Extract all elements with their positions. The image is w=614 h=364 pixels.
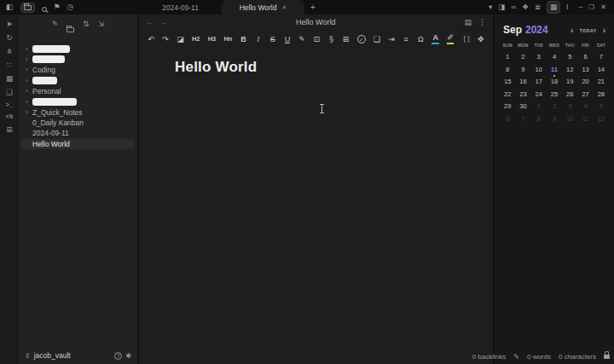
minimize-icon[interactable]: –	[578, 3, 582, 11]
help-icon[interactable]: ?	[114, 352, 122, 360]
expand-move-icon[interactable]: ✥	[478, 36, 484, 43]
dots-grid-icon[interactable]: ∷	[7, 61, 12, 69]
calendar-toggle-icon[interactable]: ▦	[547, 1, 560, 14]
calendar-day[interactable]: 8	[500, 66, 515, 74]
restore-window-icon[interactable]: ❐	[588, 4, 594, 11]
file-row[interactable]: 2024-09-11	[22, 128, 134, 138]
calendar-day[interactable]: 9	[515, 66, 530, 74]
file-row[interactable]: 0_Daily Kanban	[22, 118, 134, 128]
close-window-icon[interactable]: ✕	[600, 3, 606, 11]
calendar-day[interactable]: 13	[577, 66, 593, 74]
calendar-day[interactable]: 4	[577, 102, 593, 111]
vault-switcher-icon[interactable]: ⇕	[25, 352, 31, 360]
highlight-color-icon[interactable]: ✐	[447, 34, 454, 44]
calendar-day[interactable]: 6	[577, 53, 593, 61]
calendar-day[interactable]: 18	[547, 78, 562, 86]
calendar-day[interactable]: 30	[515, 102, 530, 111]
new-folder-icon[interactable]	[67, 20, 74, 36]
lock-icon[interactable]	[604, 355, 610, 359]
create-link-icon[interactable]: ∞	[511, 3, 516, 11]
calendar-day[interactable]: 28	[594, 90, 609, 99]
calendar-day[interactable]: 23	[515, 90, 530, 99]
templater-icon[interactable]: <%	[6, 114, 13, 120]
new-tab-button[interactable]: +	[304, 0, 321, 14]
copy-page-icon[interactable]: ❏	[6, 89, 13, 96]
calendar-day[interactable]: 12	[594, 115, 609, 124]
fullscreen-icon[interactable]: ❲❳	[461, 36, 469, 43]
tab-close-icon[interactable]: ✕	[281, 4, 287, 11]
table-icon[interactable]: ⊞	[343, 36, 350, 43]
file-row[interactable]: ›	[22, 96, 134, 107]
calendar-today-button[interactable]: TODAY	[578, 28, 599, 33]
calendar-next-icon[interactable]: ›	[601, 26, 607, 35]
calendar-day[interactable]: 19	[562, 78, 577, 86]
calendar-day[interactable]: 17	[531, 78, 547, 86]
edit-mode-icon[interactable]: ✎	[513, 353, 519, 361]
reading-mode-icon[interactable]: ▤	[464, 18, 472, 26]
list-icon[interactable]: ≡	[403, 36, 409, 43]
kanban-board-icon[interactable]: ▦	[6, 75, 14, 83]
calendar-day[interactable]: 3	[531, 53, 547, 61]
calendar-day[interactable]: 2	[515, 53, 530, 61]
right-sidebar-toggle-icon[interactable]: ◨	[498, 3, 505, 11]
attachment-icon[interactable]: §	[327, 36, 334, 43]
recent-files-icon[interactable]: ◷	[67, 3, 74, 11]
strikethrough-icon[interactable]: S	[269, 36, 276, 43]
files-tab-icon[interactable]	[20, 3, 35, 13]
calendar-day[interactable]: 9	[547, 115, 562, 124]
left-sidebar-toggle-icon[interactable]: ◧	[6, 3, 14, 11]
bookmarks-icon[interactable]: ⚑	[54, 3, 61, 11]
file-row[interactable]: › Personal	[22, 86, 134, 96]
vault-name[interactable]: jacob_vault	[34, 351, 71, 360]
calendar-day[interactable]: 25	[547, 90, 562, 99]
sort-order-icon[interactable]: ⇅	[83, 20, 90, 36]
undo-icon[interactable]: ↶	[148, 36, 154, 43]
calendar-day[interactable]: 1	[531, 102, 547, 111]
calendar-day[interactable]: 24	[531, 90, 547, 99]
underline-icon[interactable]: U	[284, 36, 291, 43]
calendar-day[interactable]: 21	[594, 78, 609, 86]
table-grid-icon[interactable]: ⊞	[6, 126, 13, 134]
search-icon[interactable]	[42, 0, 47, 15]
calendar-day[interactable]: 8	[531, 115, 547, 124]
terminal-icon[interactable]: >_	[6, 102, 13, 108]
new-note-icon[interactable]: ✎	[52, 20, 59, 36]
calendar-day[interactable]: 5	[562, 53, 577, 61]
calendar-day[interactable]: 26	[562, 90, 577, 99]
note-heading[interactable]: Hello World	[175, 59, 493, 76]
bold-icon[interactable]: B	[240, 36, 247, 43]
calendar-day[interactable]: 15	[500, 78, 515, 86]
heading-3-icon[interactable]: H3	[208, 36, 217, 43]
tags-icon[interactable]: ❖	[522, 3, 529, 11]
file-row[interactable]: ›	[22, 43, 134, 54]
calendar-day[interactable]: 2	[547, 102, 562, 111]
calendar-day[interactable]: 6	[500, 115, 515, 124]
file-row[interactable]: ›	[22, 75, 134, 85]
calendar-day[interactable]: 4	[547, 53, 562, 61]
paper-plane-icon[interactable]: ➤	[6, 20, 13, 28]
calendar-day[interactable]: 5	[594, 102, 609, 111]
calendar-day[interactable]: 10	[531, 66, 547, 74]
calendar-day[interactable]: 3	[562, 102, 577, 111]
tab-list-icon[interactable]: ▾	[489, 3, 492, 11]
calendar-day[interactable]: 11	[577, 115, 593, 124]
calendar-day[interactable]: 16	[515, 78, 530, 86]
tab-hello-world[interactable]: Hello World ✕	[222, 0, 304, 14]
calendar-day[interactable]: 7	[594, 53, 609, 61]
backlinks-count[interactable]: 0 backlinks	[472, 353, 507, 361]
more-options-icon[interactable]: ⋮	[478, 18, 486, 26]
outline-icon[interactable]: ≣	[535, 3, 541, 11]
italic-icon[interactable]: I	[255, 36, 262, 43]
calendar-day[interactable]: 27	[577, 90, 593, 99]
file-row[interactable]: Hello World	[22, 139, 134, 149]
omega-icon[interactable]: Ω	[417, 36, 424, 43]
file-row[interactable]: › Coding	[22, 65, 134, 75]
calendar-day[interactable]: 22	[500, 90, 515, 99]
file-row[interactable]: › Z_Quick_Notes	[22, 107, 134, 117]
note-content[interactable]: Hello World	[139, 59, 493, 364]
calendar-day[interactable]: 29	[500, 102, 515, 111]
calendar-day[interactable]: 14	[594, 66, 609, 74]
collapse-all-icon[interactable]: ⇲	[98, 20, 105, 36]
calendar-day[interactable]: 7	[515, 115, 530, 124]
back-icon[interactable]: ←	[146, 18, 154, 26]
